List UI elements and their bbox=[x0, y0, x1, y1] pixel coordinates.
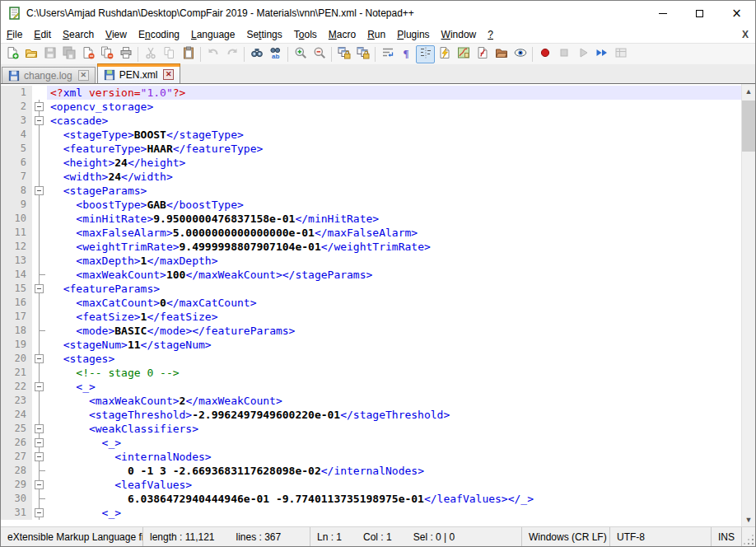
menu-item-settings[interactable]: Settings bbox=[240, 26, 287, 43]
fold-collapse-icon[interactable] bbox=[32, 282, 47, 296]
fold-box-glyph bbox=[35, 382, 44, 391]
fold-collapse-icon[interactable] bbox=[32, 422, 47, 436]
maximize-button[interactable] bbox=[681, 1, 718, 26]
scrollbar-track[interactable] bbox=[742, 98, 755, 512]
tab-label: PEN.xml bbox=[119, 69, 158, 81]
zoom-in-button[interactable] bbox=[291, 45, 310, 63]
code-line: 29 <leafValues> bbox=[1, 478, 741, 492]
document-map-button[interactable] bbox=[454, 45, 473, 63]
sync-h-icon bbox=[357, 46, 370, 63]
find-icon bbox=[250, 46, 264, 63]
play-multi-icon bbox=[595, 46, 609, 63]
scroll-up-icon[interactable]: ▲ bbox=[742, 84, 755, 98]
menu-item-?[interactable]: ? bbox=[482, 26, 499, 43]
code-line: 14 <maxWeakCount>100</maxWeakCount></sta… bbox=[1, 268, 741, 282]
new-file-button[interactable] bbox=[2, 45, 21, 63]
code-line: 18 <mode>BASIC</mode></featureParams> bbox=[1, 324, 741, 338]
fold-collapse-icon[interactable] bbox=[32, 114, 47, 128]
find-button[interactable] bbox=[247, 45, 266, 63]
fold-box-glyph bbox=[35, 508, 44, 517]
tab-label: change.log bbox=[24, 70, 72, 82]
menu-item-search[interactable]: Search bbox=[57, 26, 100, 43]
close-file-button[interactable] bbox=[78, 45, 97, 63]
line-number: 12 bbox=[1, 240, 32, 254]
sync-vertical-scroll-button[interactable] bbox=[334, 45, 353, 63]
fold-margin bbox=[32, 254, 47, 268]
tab-close-icon[interactable]: ✕ bbox=[78, 70, 89, 81]
code-text: <height>24</height> bbox=[47, 156, 741, 170]
zoom-in-icon bbox=[294, 46, 307, 63]
fold-collapse-icon[interactable] bbox=[32, 450, 47, 464]
menu-item-edit[interactable]: Edit bbox=[28, 26, 57, 43]
tab-pen-xml[interactable]: PEN.xml✕ bbox=[97, 63, 181, 83]
menu-item-file[interactable]: File bbox=[1, 26, 28, 43]
status-doc-stats-text: lines : 367 bbox=[236, 531, 282, 543]
fold-collapse-icon[interactable] bbox=[32, 478, 47, 492]
word-wrap-button[interactable] bbox=[378, 45, 397, 63]
code-line: 12 <weightTrimRate>9.4999998807907104e-0… bbox=[1, 240, 741, 254]
toolbar-separator bbox=[200, 47, 201, 62]
folder-as-workspace-button[interactable] bbox=[492, 45, 511, 63]
fold-box-glyph bbox=[35, 480, 44, 489]
menu-item-plugins[interactable]: Plugins bbox=[391, 26, 435, 43]
line-number: 8 bbox=[1, 184, 32, 198]
vertical-scrollbar[interactable]: ▲ ▼ bbox=[741, 84, 755, 526]
function-list-button[interactable] bbox=[473, 45, 492, 63]
open-file-button[interactable] bbox=[21, 45, 40, 63]
fold-collapse-icon[interactable] bbox=[32, 184, 47, 198]
menu-item-run[interactable]: Run bbox=[362, 26, 391, 43]
code-text: <leafValues> bbox=[47, 478, 741, 492]
code-text: <featSize>1</featSize> bbox=[47, 310, 741, 324]
fold-collapse-icon[interactable] bbox=[32, 506, 47, 520]
resize-grip[interactable] bbox=[742, 533, 755, 546]
menu-item-window[interactable]: Window bbox=[436, 26, 483, 43]
menu-item-tools[interactable]: Tools bbox=[288, 26, 323, 43]
line-number: 13 bbox=[1, 254, 32, 268]
line-number: 17 bbox=[1, 310, 32, 324]
fold-collapse-icon[interactable] bbox=[32, 352, 47, 366]
fold-collapse-icon[interactable] bbox=[32, 100, 47, 114]
sync-horizontal-scroll-button[interactable] bbox=[353, 45, 372, 63]
code-text: <?xml version="1.0"?> bbox=[47, 86, 741, 100]
document-monitoring-button[interactable] bbox=[511, 45, 530, 63]
line-number: 2 bbox=[1, 100, 32, 114]
minimize-button[interactable] bbox=[644, 1, 681, 26]
paste-button[interactable] bbox=[179, 45, 198, 63]
code-text: <weightTrimRate>9.4999998807907104e-01</… bbox=[47, 240, 741, 254]
replace-button[interactable]: ab bbox=[266, 45, 285, 63]
menu-item-macro[interactable]: Macro bbox=[323, 26, 362, 43]
close-all-button[interactable] bbox=[97, 45, 116, 63]
show-indent-guide-button[interactable] bbox=[416, 45, 435, 63]
menu-close-document-button[interactable]: X bbox=[742, 29, 749, 40]
text-editor[interactable]: 1<?xml version="1.0"?>2<opencv_storage>3… bbox=[1, 84, 741, 526]
code-text: <maxWeakCount>100</maxWeakCount></stageP… bbox=[47, 268, 741, 282]
close-button[interactable]: × bbox=[718, 1, 755, 26]
menu-item-encoding[interactable]: Encoding bbox=[133, 26, 185, 43]
undo-button bbox=[203, 45, 222, 63]
menu-item-view[interactable]: View bbox=[100, 26, 133, 43]
fold-margin bbox=[32, 310, 47, 324]
status-insert-mode: INS bbox=[712, 527, 742, 546]
macro-stop-button bbox=[554, 45, 573, 63]
scrollbar-thumb[interactable] bbox=[742, 101, 755, 152]
code-text: <maxDepth>1</maxDepth> bbox=[47, 254, 741, 268]
scroll-down-icon[interactable]: ▼ bbox=[742, 512, 755, 526]
code-line: 24 <stageThreshold>-2.9962497949600220e-… bbox=[1, 408, 741, 422]
fold-box-glyph bbox=[35, 284, 44, 293]
tab-close-icon[interactable]: ✕ bbox=[163, 69, 174, 80]
status-cursor-position: Ln : 1Col : 1Sel : 0 | 0 bbox=[310, 527, 522, 546]
code-line: 15 <featureParams> bbox=[1, 282, 741, 296]
tab-change-log[interactable]: change.log✕ bbox=[2, 67, 96, 83]
show-all-characters-button[interactable]: ¶ bbox=[397, 45, 416, 63]
code-line: 21 <!-- stage 0 --> bbox=[1, 366, 741, 380]
menu-item-language[interactable]: Language bbox=[185, 26, 240, 43]
fold-collapse-icon[interactable] bbox=[32, 380, 47, 394]
fold-collapse-icon[interactable] bbox=[32, 436, 47, 450]
macro-record-button[interactable] bbox=[535, 45, 554, 63]
macro-run-multiple-button[interactable] bbox=[592, 45, 611, 63]
zoom-out-button[interactable] bbox=[310, 45, 329, 63]
print-button[interactable] bbox=[116, 45, 135, 63]
user-define-dialog-button[interactable] bbox=[435, 45, 454, 63]
line-number: 6 bbox=[1, 156, 32, 170]
code-text: <opencv_storage> bbox=[47, 100, 741, 114]
